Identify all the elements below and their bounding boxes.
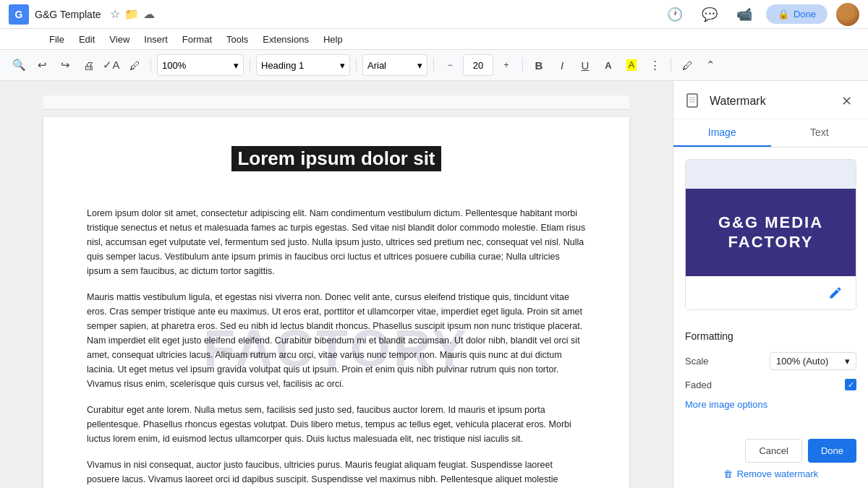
print-icon[interactable]: 🖨 [78,55,98,75]
lock-icon: 🔒 [778,9,789,20]
main-area: ☰ FACTORY Lorem ipsum dolor sit Lorem ip… [0,81,868,488]
highlight-button[interactable]: A [621,55,642,75]
zoom-value: 100% [162,60,186,71]
heading-style-select[interactable]: Heading 1 ▾ [256,54,350,76]
document-area[interactable]: ☰ FACTORY Lorem ipsum dolor sit Lorem ip… [0,81,673,488]
faded-row: Faded ✓ [685,379,856,390]
separator-6 [671,58,671,72]
bold-button[interactable]: B [529,55,549,75]
menu-insert[interactable]: Insert [138,32,174,47]
scale-label: Scale [685,356,709,367]
toolbar: 🔍 ↩ ↪ 🖨 ✓A 🖊 100% ▾ Heading 1 ▾ Arial ▾ … [0,49,868,81]
font-size-value: 20 [473,60,483,71]
paragraph-1[interactable]: Lorem ipsum dolor sit amet, consectetur … [87,206,586,278]
top-bar: G G&G Template ☆ 📁 ☁ 🕐 💬 📹 🔒 Done [0,0,868,29]
faded-label: Faded [685,380,712,390]
document-content: Lorem ipsum dolor sit Lorem ipsum dolor … [87,146,586,488]
separator-4 [433,58,434,72]
paragraph-4[interactable]: Vivamus in nisi consequat, auctor justo … [87,458,586,488]
watermark-panel-icon [685,93,702,110]
star-icon[interactable]: ☆ [110,7,120,21]
share-button[interactable]: 🔒 Done [766,4,827,24]
menu-file[interactable]: File [43,32,70,47]
text-color-button[interactable]: A [598,55,618,75]
more-image-options-link[interactable]: More image options [685,399,856,410]
zoom-select[interactable]: 100% ▾ [157,54,244,76]
document-heading: Lorem ipsum dolor sit [231,146,441,171]
undo-icon[interactable]: ↩ [32,55,52,75]
trash-icon: 🗑 [723,468,733,479]
font-size-box[interactable]: 20 [463,54,493,76]
watermark-preview: G&G MEDIA FACTORY [685,159,856,310]
document-title: G&G Template [35,9,101,20]
video-icon[interactable]: 📹 [731,1,757,27]
menu-extensions[interactable]: Extensions [257,32,315,47]
sidebar-title: Watermark [710,95,766,108]
font-value: Arial [367,60,386,71]
title-icons: ☆ 📁 ☁ [110,7,155,21]
tab-image[interactable]: Image [673,119,771,147]
history-icon[interactable]: 🕐 [662,1,688,27]
close-sidebar-button[interactable]: ✕ [836,91,856,111]
cloud-icon[interactable]: ☁ [143,7,155,21]
top-bar-right: 🕐 💬 📹 🔒 Done [662,1,859,27]
faded-checkbox[interactable]: ✓ [845,379,856,390]
button-row: Cancel Done [685,439,856,463]
scale-select[interactable]: 100% (Auto) ▾ [770,352,856,370]
tabs: Image Text [673,119,868,147]
sidebar-footer: Cancel Done 🗑 Remove watermark [673,430,868,488]
app-icon: G [9,4,29,25]
sidebar: Watermark ✕ Image Text G&G MEDIA FACTORY [673,81,868,488]
avatar[interactable] [836,3,859,26]
menu-tools[interactable]: Tools [221,32,254,47]
separator-2 [250,58,250,72]
redo-icon[interactable]: ↪ [55,55,75,75]
svg-rect-0 [687,94,697,107]
cancel-button[interactable]: Cancel [745,439,801,463]
preview-top-area [686,160,856,189]
menu-bar: File Edit View Insert Format Tools Exten… [0,29,868,49]
italic-button[interactable]: I [552,55,572,75]
font-size-decrease[interactable]: − [440,55,460,75]
formatting-section: Formatting Scale 100% (Auto) ▾ Faded ✓ M… [673,322,868,430]
comment-icon[interactable]: 💬 [697,1,723,27]
heading-chevron: ▾ [340,60,345,71]
menu-format[interactable]: Format [176,32,218,47]
menu-edit[interactable]: Edit [73,32,101,47]
remove-watermark-button[interactable]: 🗑 Remove watermark [685,468,856,479]
done-button[interactable]: Done [808,439,856,463]
tab-text[interactable]: Text [771,119,869,147]
spellcheck-icon[interactable]: ✓A [101,55,122,75]
separator-5 [522,58,523,72]
separator-3 [356,58,357,72]
insert-link-icon[interactable]: 🖊 [677,55,697,75]
formatting-title: Formatting [685,330,856,342]
scale-chevron: ▾ [845,356,850,367]
sidebar-header: Watermark ✕ [673,81,868,119]
paragraph-3[interactable]: Curabitur eget ante lorem. Nulla metus s… [87,403,586,446]
underline-button[interactable]: U [575,55,595,75]
zoom-chevron: ▾ [234,60,239,71]
ruler: ☰ [43,95,629,110]
preview-bottom-area [686,276,856,309]
menu-view[interactable]: View [103,32,135,47]
font-size-increase[interactable]: + [496,55,516,75]
heading-style-value: Heading 1 [261,60,304,71]
preview-text-line1: G&G MEDIA [718,213,823,232]
more-format-icon[interactable]: ⋮ [644,55,665,75]
font-select[interactable]: Arial ▾ [362,54,427,76]
add-comment-icon[interactable]: ⌃ [700,55,720,75]
menu-help[interactable]: Help [318,32,349,47]
document-page: FACTORY Lorem ipsum dolor sit Lorem ipsu… [43,117,629,488]
search-icon[interactable]: 🔍 [9,55,29,75]
paint-format-icon[interactable]: 🖊 [124,55,145,75]
paragraph-2[interactable]: Mauris mattis vestibulum ligula, et eges… [87,290,586,391]
folder-icon[interactable]: 📁 [124,7,139,21]
separator-1 [150,58,151,72]
edit-image-button[interactable] [824,281,847,304]
doc-title-wrap: Lorem ipsum dolor sit [87,146,586,189]
preview-text-line2: FACTORY [728,233,814,252]
preview-image-area: G&G MEDIA FACTORY [686,189,856,276]
scale-row: Scale 100% (Auto) ▾ [685,352,856,370]
font-chevron: ▾ [417,60,422,71]
